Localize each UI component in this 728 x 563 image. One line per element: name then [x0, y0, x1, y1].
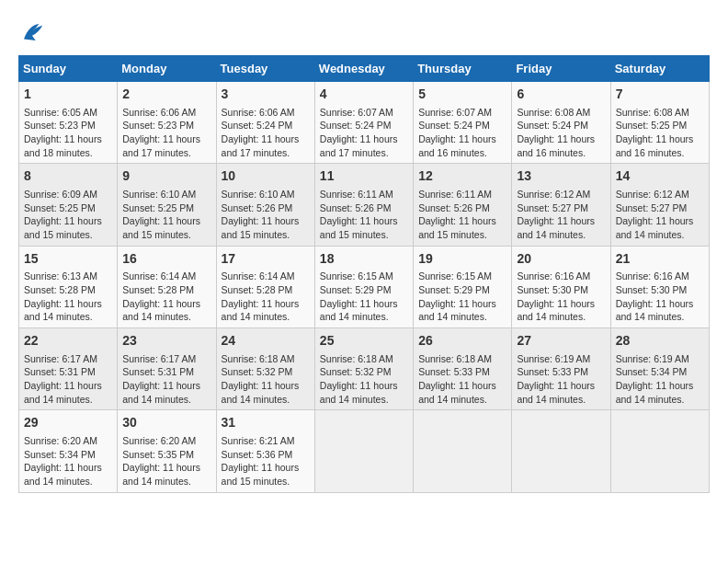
- calendar-cell: 31 Sunrise: 6:21 AM Sunset: 5:36 PM Dayl…: [216, 410, 314, 492]
- sunrise-label: Sunrise:: [320, 107, 358, 118]
- day-number: 8: [24, 167, 112, 186]
- sunset-time: 5:30 PM: [651, 284, 687, 295]
- sunset-label: Sunset:: [320, 120, 356, 131]
- sunset-time: 5:26 PM: [454, 202, 490, 213]
- calendar-cell: 8 Sunrise: 6:09 AM Sunset: 5:25 PM Dayli…: [19, 164, 118, 246]
- weekday-header: Saturday: [610, 56, 709, 82]
- day-info: Sunrise: 6:05 AM Sunset: 5:23 PM Dayligh…: [24, 106, 112, 160]
- sunset-time: 5:27 PM: [552, 202, 588, 213]
- calendar-cell: 2 Sunrise: 6:06 AM Sunset: 5:23 PM Dayli…: [118, 82, 216, 164]
- calendar-cell: 21 Sunrise: 6:16 AM Sunset: 5:30 PM Dayl…: [610, 246, 709, 327]
- sunrise-time: 6:05 AM: [62, 107, 97, 118]
- day-number: 10: [222, 167, 310, 186]
- day-info: Sunrise: 6:06 AM Sunset: 5:23 PM Dayligh…: [122, 106, 210, 160]
- day-number: 21: [616, 250, 704, 269]
- calendar-cell: 30 Sunrise: 6:20 AM Sunset: 5:35 PM Dayl…: [118, 410, 216, 492]
- sunset-label: Sunset:: [222, 120, 257, 131]
- day-number: 4: [320, 86, 408, 104]
- sunset-label: Sunset:: [418, 120, 454, 131]
- day-number: 25: [320, 332, 408, 350]
- day-number: 30: [122, 414, 210, 432]
- sunset-label: Sunset:: [616, 366, 652, 377]
- calendar-week-row: 29 Sunrise: 6:20 AM Sunset: 5:34 PM Dayl…: [19, 410, 710, 492]
- day-info: Sunrise: 6:18 AM Sunset: 5:32 PM Dayligh…: [222, 352, 310, 407]
- sunrise-label: Sunrise:: [24, 189, 62, 200]
- sunset-time: 5:28 PM: [60, 284, 96, 295]
- sunrise-label: Sunrise:: [222, 270, 259, 282]
- daylight-label: Daylight: 11 hours and 14 minutes.: [222, 380, 300, 405]
- calendar-week-row: 22 Sunrise: 6:17 AM Sunset: 5:31 PM Dayl…: [19, 328, 710, 410]
- calendar-cell: 27 Sunrise: 6:19 AM Sunset: 5:33 PM Dayl…: [512, 328, 610, 410]
- daylight-label: Daylight: 11 hours and 15 minutes.: [418, 215, 496, 240]
- sunrise-label: Sunrise:: [122, 353, 160, 364]
- daylight-label: Daylight: 11 hours and 14 minutes.: [122, 298, 200, 323]
- logo-icon: [18, 18, 46, 46]
- day-info: Sunrise: 6:17 AM Sunset: 5:31 PM Dayligh…: [122, 352, 210, 407]
- day-info: Sunrise: 6:06 AM Sunset: 5:24 PM Dayligh…: [222, 106, 310, 160]
- sunset-time: 5:36 PM: [256, 449, 292, 460]
- calendar-cell: 9 Sunrise: 6:10 AM Sunset: 5:25 PM Dayli…: [118, 164, 216, 246]
- day-number: 13: [517, 167, 605, 186]
- sunset-time: 5:24 PM: [355, 120, 391, 131]
- day-info: Sunrise: 6:07 AM Sunset: 5:24 PM Dayligh…: [320, 106, 408, 160]
- day-number: 6: [517, 86, 605, 104]
- sunset-time: 5:23 PM: [158, 120, 194, 131]
- day-number: 23: [122, 332, 210, 350]
- day-info: Sunrise: 6:21 AM Sunset: 5:36 PM Dayligh…: [222, 434, 310, 488]
- sunrise-time: 6:06 AM: [161, 107, 197, 118]
- calendar-cell: 24 Sunrise: 6:18 AM Sunset: 5:32 PM Dayl…: [216, 328, 314, 410]
- day-info: Sunrise: 6:18 AM Sunset: 5:33 PM Dayligh…: [418, 352, 506, 407]
- sunrise-label: Sunrise:: [418, 270, 456, 282]
- daylight-label: Daylight: 11 hours and 17 minutes.: [320, 133, 398, 158]
- sunrise-time: 6:19 AM: [654, 353, 689, 364]
- day-number: 3: [222, 86, 310, 104]
- day-number: 15: [24, 250, 112, 269]
- calendar-cell: 5 Sunrise: 6:07 AM Sunset: 5:24 PM Dayli…: [414, 82, 512, 164]
- sunrise-time: 6:07 AM: [457, 107, 493, 118]
- sunset-label: Sunset:: [222, 366, 257, 377]
- day-number: 31: [222, 414, 310, 432]
- day-info: Sunrise: 6:11 AM Sunset: 5:26 PM Dayligh…: [320, 188, 408, 242]
- day-info: Sunrise: 6:08 AM Sunset: 5:25 PM Dayligh…: [616, 106, 704, 160]
- sunset-time: 5:35 PM: [158, 449, 194, 460]
- sunrise-time: 6:07 AM: [358, 107, 393, 118]
- day-number: 27: [517, 332, 605, 350]
- sunrise-label: Sunrise:: [222, 435, 259, 446]
- sunset-label: Sunset:: [24, 449, 60, 460]
- sunrise-label: Sunrise:: [616, 189, 654, 200]
- sunset-time: 5:24 PM: [256, 120, 292, 131]
- sunset-time: 5:26 PM: [256, 202, 292, 213]
- sunrise-time: 6:14 AM: [259, 270, 295, 282]
- sunset-time: 5:30 PM: [552, 284, 588, 295]
- sunrise-label: Sunrise:: [616, 270, 654, 282]
- sunrise-time: 6:10 AM: [259, 189, 295, 200]
- calendar-cell: 11 Sunrise: 6:11 AM Sunset: 5:26 PM Dayl…: [314, 164, 413, 246]
- sunset-label: Sunset:: [616, 120, 652, 131]
- sunrise-time: 6:09 AM: [62, 189, 97, 200]
- daylight-label: Daylight: 11 hours and 14 minutes.: [320, 380, 398, 405]
- sunset-time: 5:34 PM: [60, 449, 96, 460]
- daylight-label: Daylight: 11 hours and 15 minutes.: [320, 215, 398, 240]
- calendar-cell: 28 Sunrise: 6:19 AM Sunset: 5:34 PM Dayl…: [610, 328, 709, 410]
- sunrise-label: Sunrise:: [320, 270, 358, 282]
- sunrise-label: Sunrise:: [616, 353, 654, 364]
- calendar-cell: 22 Sunrise: 6:17 AM Sunset: 5:31 PM Dayl…: [19, 328, 118, 410]
- day-info: Sunrise: 6:14 AM Sunset: 5:28 PM Dayligh…: [122, 270, 210, 324]
- sunrise-label: Sunrise:: [222, 353, 259, 364]
- day-number: 18: [320, 250, 408, 269]
- calendar-cell: 1 Sunrise: 6:05 AM Sunset: 5:23 PM Dayli…: [19, 82, 118, 164]
- calendar-cell: [512, 410, 610, 492]
- sunrise-time: 6:16 AM: [555, 270, 591, 282]
- calendar-cell: 15 Sunrise: 6:13 AM Sunset: 5:28 PM Dayl…: [19, 246, 118, 327]
- calendar-cell: [314, 410, 413, 492]
- sunset-label: Sunset:: [24, 284, 60, 295]
- sunrise-label: Sunrise:: [122, 270, 160, 282]
- daylight-label: Daylight: 11 hours and 14 minutes.: [616, 298, 694, 323]
- daylight-label: Daylight: 11 hours and 15 minutes.: [222, 215, 300, 240]
- calendar-week-row: 8 Sunrise: 6:09 AM Sunset: 5:25 PM Dayli…: [19, 164, 710, 246]
- sunset-time: 5:34 PM: [651, 366, 687, 377]
- day-number: 2: [122, 86, 210, 104]
- day-number: 12: [418, 167, 506, 186]
- daylight-label: Daylight: 11 hours and 16 minutes.: [517, 133, 595, 158]
- daylight-label: Daylight: 11 hours and 16 minutes.: [616, 133, 694, 158]
